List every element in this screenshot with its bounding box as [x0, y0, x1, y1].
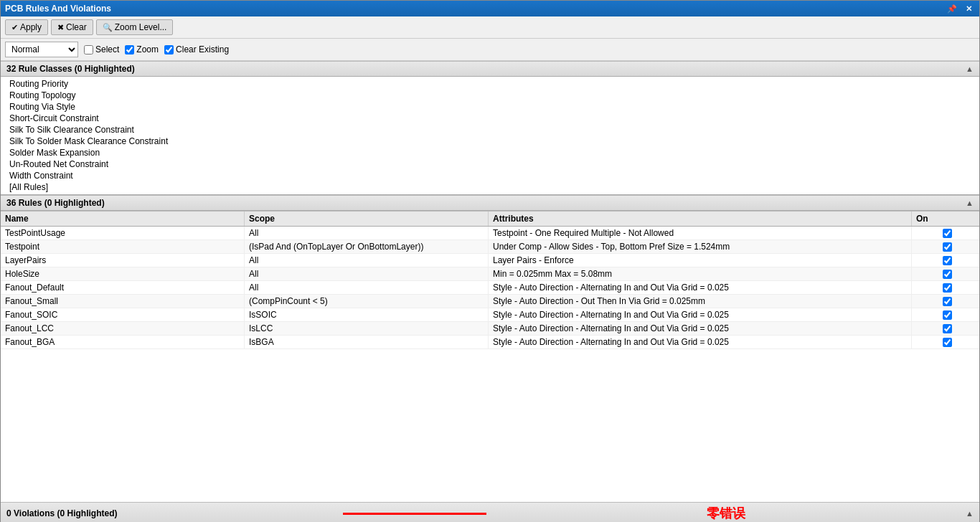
cell-on-4 — [912, 281, 979, 294]
table-row[interactable]: Fanout_Default All Style - Auto Directio… — [1, 281, 979, 295]
table-row[interactable]: Testpoint (IsPad And (OnTopLayer Or OnBo… — [1, 240, 979, 254]
list-item[interactable]: Routing Topology — [1, 90, 979, 101]
cell-scope-2: All — [245, 254, 489, 267]
toolbar: ✔ Apply ✖ Clear 🔍 Zoom Level... — [1, 16, 979, 39]
table-row[interactable]: Fanout_BGA IsBGA Style - Auto Direction … — [1, 336, 979, 349]
cell-name-6: Fanout_SOIC — [1, 308, 245, 321]
table-header-row: Name Scope Attributes On — [1, 211, 979, 227]
on-checkbox-6[interactable] — [943, 310, 952, 320]
on-checkbox-0[interactable] — [943, 229, 952, 238]
red-underline — [343, 513, 486, 515]
zoom-level-label: Zoom Level... — [115, 22, 167, 32]
cell-name-7: Fanout_LCC — [1, 322, 245, 335]
table-row[interactable]: Fanout_Small (CompPinCount < 5) Style - … — [1, 295, 979, 308]
cell-scope-0: All — [245, 227, 489, 239]
cell-attributes-3: Min = 0.025mm Max = 5.08mm — [489, 267, 912, 280]
table-row[interactable]: Fanout_SOIC IsSOIC Style - Auto Directio… — [1, 308, 979, 322]
cell-attributes-5: Style - Auto Direction - Out Then In Via… — [489, 295, 912, 308]
list-item[interactable]: Solder Mask Expansion — [1, 147, 979, 158]
cell-on-8 — [912, 336, 979, 348]
mode-select[interactable]: Normal All Violations Net Inspector — [5, 42, 78, 57]
zoom-label: Zoom — [136, 44, 159, 54]
clear-icon: ✖ — [57, 23, 64, 32]
apply-icon: ✔ — [11, 23, 18, 32]
close-button[interactable]: ✕ — [963, 4, 975, 14]
cell-scope-7: IsLCC — [245, 322, 489, 335]
table-row[interactable]: TestPointUsage All Testpoint - One Requi… — [1, 227, 979, 240]
cell-on-2 — [912, 254, 979, 267]
cell-attributes-7: Style - Auto Direction - Alternating In … — [489, 322, 912, 335]
cell-name-4: Fanout_Default — [1, 281, 245, 294]
list-item[interactable]: Width Constraint — [1, 170, 979, 181]
rules-table-section: 36 Rules (0 Highlighted) ▲ Name Scope At… — [1, 195, 979, 502]
violations-collapse-icon[interactable]: ▲ — [966, 509, 974, 518]
on-checkbox-5[interactable] — [943, 297, 952, 306]
table-row[interactable]: LayerPairs All Layer Pairs - Enforce — [1, 254, 979, 267]
cell-on-3 — [912, 267, 979, 280]
zoom-checkbox[interactable] — [125, 45, 134, 54]
cell-name-8: Fanout_BGA — [1, 336, 245, 348]
cell-scope-8: IsBGA — [245, 336, 489, 348]
apply-label: Apply — [20, 22, 42, 32]
cell-on-0 — [912, 227, 979, 239]
cell-attributes-1: Under Comp - Allow Sides - Top, Bottom P… — [489, 240, 912, 253]
cell-attributes-4: Style - Auto Direction - Alternating In … — [489, 281, 912, 294]
list-item[interactable]: Silk To Silk Clearance Constraint — [1, 124, 979, 136]
select-checkbox-group[interactable]: Select — [84, 44, 119, 54]
pin-button[interactable]: 📌 — [944, 4, 960, 14]
clear-button[interactable]: ✖ Clear — [51, 19, 93, 35]
cell-attributes-0: Testpoint - One Required Multiple - Not … — [489, 227, 912, 239]
clear-existing-checkbox[interactable] — [164, 45, 174, 54]
on-checkbox-7[interactable] — [943, 324, 952, 333]
on-checkbox-4[interactable] — [943, 283, 952, 293]
on-checkbox-2[interactable] — [943, 256, 952, 265]
zoom-checkbox-group[interactable]: Zoom — [125, 44, 159, 54]
rules-table-title: 36 Rules (0 Highlighted) — [6, 198, 105, 208]
cell-name-5: Fanout_Small — [1, 295, 245, 308]
select-label: Select — [95, 44, 119, 54]
rule-classes-title: 32 Rule Classes (0 Highlighted) — [6, 64, 135, 74]
cell-on-7 — [912, 322, 979, 335]
main-window: PCB Rules And Violations 📌 ✕ ✔ Apply ✖ C… — [0, 0, 980, 522]
on-checkbox-8[interactable] — [943, 338, 952, 347]
zoom-icon: 🔍 — [103, 23, 113, 32]
clear-existing-checkbox-group[interactable]: Clear Existing — [164, 44, 229, 54]
options-bar: Normal All Violations Net Inspector Sele… — [1, 39, 979, 61]
rules-table-header: 36 Rules (0 Highlighted) ▲ — [1, 195, 979, 211]
cell-on-1 — [912, 240, 979, 253]
rule-classes-list: Routing Priority Routing Topology Routin… — [1, 77, 979, 194]
list-item[interactable]: Routing Priority — [1, 78, 979, 90]
rule-classes-section: 32 Rule Classes (0 Highlighted) ▲ Routin… — [1, 61, 979, 195]
cell-attributes-8: Style - Auto Direction - Alternating In … — [489, 336, 912, 348]
list-item[interactable]: [All Rules] — [1, 181, 979, 193]
table-row[interactable]: Fanout_LCC IsLCC Style - Auto Direction … — [1, 322, 979, 336]
cell-name-2: LayerPairs — [1, 254, 245, 267]
violations-title: 0 Violations (0 Highlighted) — [6, 508, 117, 518]
zoom-level-button[interactable]: 🔍 Zoom Level... — [96, 19, 174, 35]
cell-name-3: HoleSize — [1, 267, 245, 280]
rules-table-body: TestPointUsage All Testpoint - One Requi… — [1, 227, 979, 502]
table-row[interactable]: HoleSize All Min = 0.025mm Max = 5.08mm — [1, 267, 979, 281]
rules-collapse-icon[interactable]: ▲ — [966, 199, 974, 207]
title-bar: PCB Rules And Violations 📌 ✕ — [1, 1, 979, 16]
rule-classes-collapse-icon[interactable]: ▲ — [966, 65, 974, 73]
list-item[interactable]: Routing Via Style — [1, 101, 979, 113]
cell-scope-6: IsSOIC — [245, 308, 489, 321]
col-name: Name — [1, 212, 245, 226]
list-item[interactable]: Short-Circuit Constraint — [1, 113, 979, 124]
col-scope: Scope — [245, 212, 489, 226]
list-item[interactable]: Silk To Solder Mask Clearance Constraint — [1, 136, 979, 147]
list-item[interactable]: Un-Routed Net Constraint — [1, 158, 979, 170]
cell-name-1: Testpoint — [1, 240, 245, 253]
cell-scope-4: All — [245, 281, 489, 294]
title-bar-controls: 📌 ✕ — [944, 4, 975, 14]
content-area: 32 Rule Classes (0 Highlighted) ▲ Routin… — [1, 61, 979, 522]
on-checkbox-3[interactable] — [943, 270, 952, 279]
on-checkbox-1[interactable] — [943, 242, 952, 252]
title-bar-left: PCB Rules And Violations — [5, 4, 111, 14]
cell-attributes-2: Layer Pairs - Enforce — [489, 254, 912, 267]
apply-button[interactable]: ✔ Apply — [5, 19, 48, 35]
window-title: PCB Rules And Violations — [5, 4, 111, 14]
select-checkbox[interactable] — [84, 45, 93, 54]
cell-scope-3: All — [245, 267, 489, 280]
